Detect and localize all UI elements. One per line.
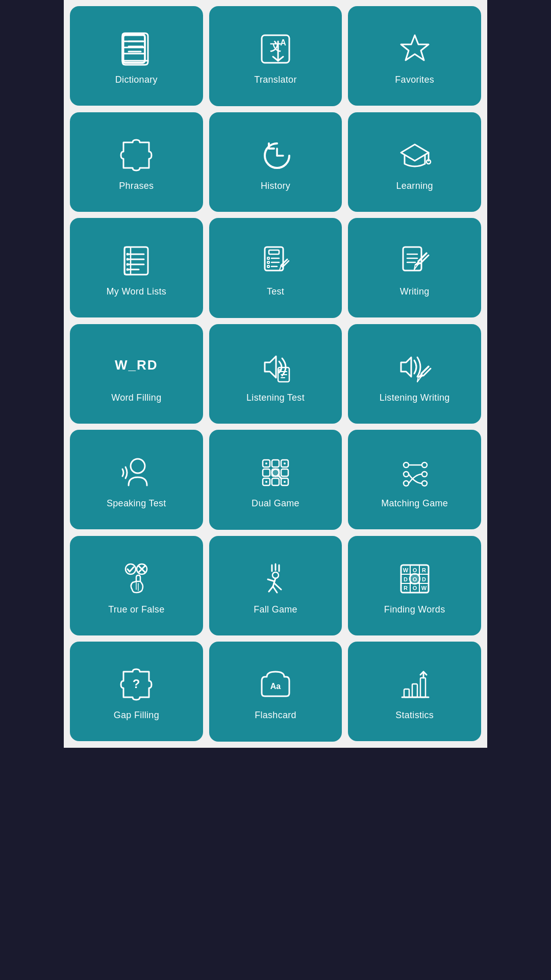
listeningtest-label: Listening Test [246,393,305,403]
statistics-label: Statistics [395,710,434,721]
dictionary-label: Dictionary [115,75,158,85]
gapfilling-label: Gap Filling [114,710,159,721]
app-container: Dictionary 文 A Translator Fa [64,0,487,748]
svg-point-74 [284,462,286,464]
phrases-icon [116,135,157,176]
tile-gap-filling[interactable]: ? Gap Filling [70,642,203,741]
writing-icon [394,240,435,281]
tile-word-filling[interactable]: W_RD Word Filling [70,324,203,424]
translator-icon: 文 A [255,29,296,69]
dualgame-label: Dual Game [252,498,299,509]
tile-true-or-false[interactable]: True or False [70,536,203,635]
svg-rect-117 [412,684,417,697]
listeningwriting-icon [394,347,435,387]
translator-label: Translator [254,75,296,85]
history-label: History [261,181,290,191]
svg-point-28 [127,268,129,271]
speakingtest-label: Speaking Test [107,498,166,509]
svg-text:文: 文 [270,40,281,53]
svg-rect-33 [267,261,269,263]
flashcard-icon: Aa [255,664,296,705]
tile-dictionary[interactable]: Dictionary [70,6,203,106]
svg-point-81 [422,472,427,477]
svg-line-97 [273,586,277,593]
svg-rect-63 [272,460,279,467]
svg-line-37 [281,259,287,265]
tile-listening-test[interactable]: Listening Test [209,324,342,424]
svg-rect-35 [267,265,269,267]
svg-point-61 [131,459,145,473]
svg-text:R: R [404,585,408,591]
wordlists-label: My Word Lists [107,286,167,297]
tile-my-word-lists[interactable]: My Word Lists [70,218,203,317]
svg-point-73 [265,462,267,464]
test-icon [255,240,296,281]
tile-statistics[interactable]: Statistics [348,642,481,741]
dualgame-icon [255,452,296,493]
matchinggame-label: Matching Game [381,498,448,509]
svg-point-82 [422,481,427,486]
word-fill-text: W_RD [115,357,158,373]
tile-matching-game[interactable]: Matching Game [348,430,481,529]
svg-rect-65 [263,469,270,476]
svg-point-78 [404,472,409,477]
svg-marker-48 [415,261,420,265]
wordlists-icon [116,240,157,281]
svg-line-96 [269,586,273,592]
dictionary-icon [116,29,157,69]
svg-text:D: D [404,576,408,582]
svg-point-92 [272,572,279,578]
tile-writing[interactable]: Writing [348,218,481,317]
tile-flashcard[interactable]: Aa Flashcard [209,642,342,742]
tile-favorites[interactable]: Favorites [348,6,481,106]
trueorfalse-label: True or False [108,604,164,615]
favorites-label: Favorites [395,75,434,85]
tile-speaking-test[interactable]: Speaking Test [70,430,203,529]
test-label: Test [267,286,284,297]
statistics-icon [394,664,435,705]
svg-text:W: W [403,567,408,573]
tile-test[interactable]: Test [209,218,342,318]
svg-rect-67 [281,469,288,476]
svg-line-72 [278,475,281,478]
svg-rect-30 [269,250,279,254]
svg-point-112 [410,574,420,584]
findingwords-label: Finding Words [384,604,445,615]
svg-marker-13 [401,35,429,60]
gapfilling-icon: ? [116,664,157,705]
learning-label: Learning [396,181,433,191]
svg-point-27 [127,263,129,266]
svg-point-25 [127,253,129,256]
svg-rect-118 [420,678,425,697]
tile-history[interactable]: History [209,112,342,212]
svg-rect-31 [267,257,269,259]
wordfilling-label: Word Filling [111,393,161,403]
svg-line-46 [418,253,427,261]
listeningtest-icon [255,347,296,387]
speakingtest-icon [116,452,157,493]
svg-text:?: ? [133,677,140,691]
svg-text:O: O [412,585,417,591]
svg-line-94 [268,579,274,581]
svg-point-26 [127,258,129,261]
svg-rect-69 [272,478,279,485]
tile-fall-game[interactable]: Fall Game [209,536,342,636]
findingwords-icon: W O R D O D R O W [394,558,435,599]
tile-finding-words[interactable]: W O R D O D R O W Finding Words [348,536,481,635]
tile-dual-game[interactable]: Dual Game [209,430,342,530]
fallgame-icon [255,558,296,599]
learning-icon [394,135,435,176]
svg-text:W: W [421,585,427,591]
tile-phrases[interactable]: Phrases [70,112,203,212]
writing-label: Writing [400,286,430,297]
menu-grid: Dictionary 文 A Translator Fa [70,6,481,742]
favorites-icon [394,29,435,69]
svg-rect-116 [404,689,409,697]
svg-text:R: R [422,567,426,573]
tile-translator[interactable]: 文 A Translator [209,6,342,106]
tile-learning[interactable]: Learning [348,112,481,212]
trueorfalse-icon [116,558,157,599]
wordfilling-icon: W_RD [116,347,157,387]
tile-listening-writing[interactable]: Listening Writing [348,324,481,424]
matchinggame-icon [394,452,435,493]
